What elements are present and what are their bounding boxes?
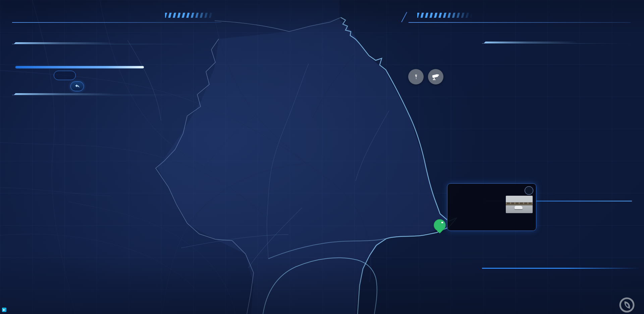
section-line	[12, 44, 200, 44]
trend-line-chart	[476, 61, 632, 111]
undo-arrow-icon	[74, 84, 80, 89]
cctv-camera-icon	[431, 73, 440, 81]
header-hash-right	[417, 13, 474, 18]
back-button[interactable]	[70, 81, 84, 91]
map-svg	[0, 0, 644, 314]
section-line	[12, 95, 200, 95]
heat-gradient-bar	[455, 55, 460, 95]
fork-knife-icon	[415, 74, 418, 79]
map-canvas[interactable]	[0, 0, 644, 314]
service-area-photo	[506, 196, 533, 213]
avg-duration-divider	[482, 268, 640, 269]
inflow-rate-progress-fill	[15, 66, 144, 68]
dashboard-root	[0, 0, 644, 314]
amap-logo-icon	[2, 308, 6, 312]
flag-icon	[441, 222, 443, 223]
map-parking-pin-selected[interactable]	[434, 219, 446, 231]
brand-logo-icon	[619, 297, 635, 313]
inflow-rate-progressbar	[15, 66, 144, 69]
section-line	[482, 43, 632, 44]
header-divider-right	[409, 22, 631, 23]
service-area-tooltip	[447, 183, 536, 231]
header-divider-left	[12, 22, 221, 23]
view-3d-map-button[interactable]	[525, 186, 533, 195]
heat-scale	[452, 53, 462, 97]
header-hash-left	[165, 13, 215, 18]
map-attribution	[2, 308, 8, 312]
brand-watermark	[619, 297, 639, 313]
px-poi-button[interactable]	[408, 69, 424, 84]
inflow-rate-badge	[54, 71, 76, 80]
camera-button[interactable]	[428, 69, 443, 84]
